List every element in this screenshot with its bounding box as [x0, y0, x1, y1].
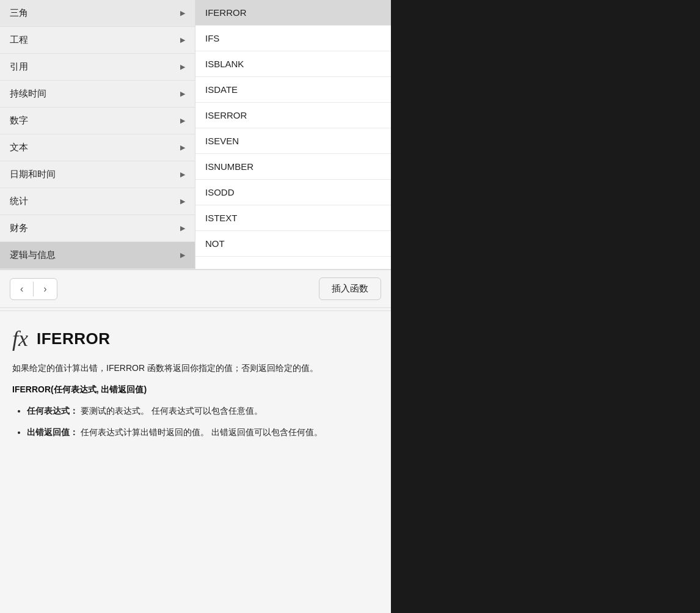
func-description: 如果给定的值计算出错，IFERROR 函数将返回你指定的值；否则返回给定的值。	[12, 361, 379, 375]
chevron-right-icon: ▶	[180, 36, 185, 44]
category-item-logic[interactable]: 逻辑与信息▶	[0, 242, 195, 269]
prev-button[interactable]: ‹	[10, 279, 33, 299]
function-item-isblank[interactable]: ISBLANK	[195, 51, 391, 77]
category-label: 逻辑与信息	[10, 249, 56, 261]
func-icon: fx	[12, 326, 28, 351]
chevron-right-icon: ▶	[180, 224, 185, 232]
function-item-iferror[interactable]: IFERROR	[195, 0, 391, 26]
function-item-iseven[interactable]: ISEVEN	[195, 128, 391, 154]
function-label: ISNUMBER	[205, 161, 253, 172]
chevron-right-icon: ▶	[180, 63, 185, 71]
category-item-statistics[interactable]: 统计▶	[0, 188, 195, 215]
toolbar: ‹ › 插入函数	[0, 270, 391, 308]
function-item-isnumber[interactable]: ISNUMBER	[195, 154, 391, 180]
category-item-finance[interactable]: 财务▶	[0, 215, 195, 242]
param-list: 任何表达式： 要测试的表达式。 任何表达式可以包含任意值。出错返回值： 任何表达…	[12, 404, 379, 439]
category-label: 三角	[10, 7, 28, 19]
category-label: 持续时间	[10, 88, 46, 100]
chevron-right-icon: ▶	[180, 90, 185, 98]
function-list: IFERRORIFSISBLANKISDATEISERRORISEVENISNU…	[195, 0, 391, 269]
chevron-right-icon: ▶	[180, 117, 185, 125]
next-button[interactable]: ›	[34, 279, 56, 299]
right-panel	[391, 0, 700, 613]
function-item-isodd[interactable]: ISODD	[195, 180, 391, 205]
category-item-duration[interactable]: 持续时间▶	[0, 81, 195, 108]
category-item-triangle[interactable]: 三角▶	[0, 0, 195, 27]
category-item-datetime[interactable]: 日期和时间▶	[0, 161, 195, 188]
function-label: ISERROR	[205, 110, 247, 120]
func-signature: IFERROR(任何表达式, 出错返回值)	[12, 384, 379, 395]
function-item-isdate[interactable]: ISDATE	[195, 77, 391, 103]
category-label: 工程	[10, 34, 28, 46]
function-label: ISBLANK	[205, 59, 244, 69]
category-item-engineering[interactable]: 工程▶	[0, 27, 195, 54]
function-label: IFS	[205, 33, 219, 43]
category-label: 文本	[10, 142, 28, 153]
chevron-right-icon: ▶	[180, 171, 185, 178]
function-label: ISDATE	[205, 84, 238, 95]
category-item-text[interactable]: 文本▶	[0, 134, 195, 161]
function-label: IFERROR	[205, 7, 247, 18]
function-item-ifs[interactable]: IFS	[195, 26, 391, 51]
nav-buttons: ‹ ›	[10, 278, 57, 300]
left-panel: 三角▶工程▶引用▶持续时间▶数字▶文本▶日期和时间▶统计▶财务▶逻辑与信息▶ I…	[0, 0, 391, 613]
function-item-istext[interactable]: ISTEXT	[195, 205, 391, 231]
param-name: 出错返回值：	[27, 427, 78, 437]
category-item-number[interactable]: 数字▶	[0, 108, 195, 134]
func-header: fx IFERROR	[12, 326, 379, 351]
section-divider	[0, 310, 391, 311]
function-label: ISEVEN	[205, 136, 239, 146]
category-item-reference[interactable]: 引用▶	[0, 54, 195, 81]
function-label: ISTEXT	[205, 213, 238, 223]
function-label: ISODD	[205, 187, 235, 197]
chevron-right-icon: ▶	[180, 9, 185, 17]
func-name: IFERROR	[37, 329, 111, 348]
function-item-iserror[interactable]: ISERROR	[195, 103, 391, 128]
insert-function-button[interactable]: 插入函数	[319, 277, 381, 300]
function-label: NOT	[205, 238, 225, 249]
category-label: 引用	[10, 61, 28, 73]
menu-section: 三角▶工程▶引用▶持续时间▶数字▶文本▶日期和时间▶统计▶财务▶逻辑与信息▶ I…	[0, 0, 391, 270]
category-label: 日期和时间	[10, 169, 56, 180]
param-name: 任何表达式：	[27, 406, 78, 416]
category-label: 统计	[10, 196, 28, 207]
chevron-right-icon: ▶	[180, 197, 185, 205]
param-item: 任何表达式： 要测试的表达式。 任何表达式可以包含任意值。	[27, 404, 379, 417]
description-section: fx IFERROR 如果给定的值计算出错，IFERROR 函数将返回你指定的值…	[0, 314, 391, 613]
category-label: 数字	[10, 115, 28, 127]
category-list: 三角▶工程▶引用▶持续时间▶数字▶文本▶日期和时间▶统计▶财务▶逻辑与信息▶	[0, 0, 195, 269]
param-item: 出错返回值： 任何表达式计算出错时返回的值。 出错返回值可以包含任何值。	[27, 425, 379, 439]
category-label: 财务	[10, 222, 28, 234]
function-item-not[interactable]: NOT	[195, 231, 391, 257]
chevron-right-icon: ▶	[180, 251, 185, 259]
chevron-right-icon: ▶	[180, 144, 185, 152]
